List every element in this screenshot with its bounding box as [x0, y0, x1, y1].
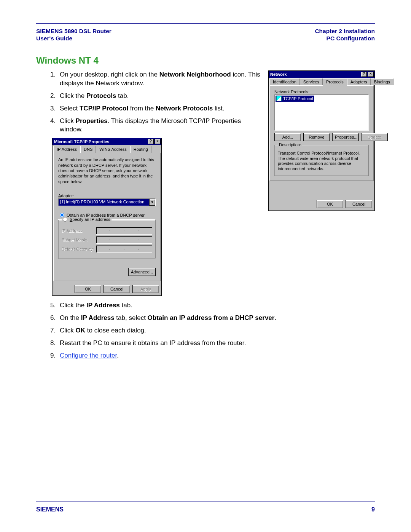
- adapter-value: [1] Intel(R) PRO/100 VM Network Connecti…: [59, 199, 149, 206]
- tab-wins-address[interactable]: WINS Address: [96, 146, 130, 153]
- tab-identification[interactable]: Identification: [269, 78, 300, 85]
- default-gateway-field[interactable]: ...: [96, 245, 152, 253]
- list-item-label: TCP/IP Protocol: [283, 96, 313, 101]
- tab-services[interactable]: Services: [300, 78, 323, 85]
- properties-button[interactable]: Properties...: [332, 133, 359, 141]
- tab-dns[interactable]: DNS: [80, 146, 96, 153]
- step-9: Configure the router.: [57, 351, 375, 360]
- ok-button[interactable]: OK: [75, 285, 101, 293]
- step-4-bold: Properties: [76, 117, 108, 125]
- footer-brand: SIEMENS: [36, 506, 64, 513]
- radio-specify-ip-label: Specify an IP address: [70, 217, 110, 222]
- network-dialog: Network ? × Identification Services Prot…: [268, 70, 375, 211]
- ok-button[interactable]: OK: [317, 200, 343, 208]
- protocol-icon: [276, 96, 282, 101]
- adapter-label: Adapter:: [58, 193, 156, 198]
- help-icon[interactable]: ?: [148, 139, 154, 144]
- tcpip-tab-body: An IP address can be automatically assig…: [53, 153, 161, 281]
- adapter-combobox[interactable]: [1] Intel(R) PRO/100 VM Network Connecti…: [58, 198, 156, 206]
- tab-ip-address[interactable]: IP Address: [53, 146, 80, 153]
- tcpip-titlebar[interactable]: Microsoft TCP/IP Properties ? ×: [53, 138, 161, 145]
- step-4-text-a: Click: [60, 117, 76, 125]
- remove-button[interactable]: Remove: [303, 133, 330, 141]
- row-default-gateway: Default Gateway: ...: [62, 245, 152, 253]
- network-tabstrip: Identification Services Protocols Adapte…: [269, 78, 374, 85]
- lbl-default-gateway: Default Gateway:: [62, 247, 96, 251]
- step-7-text-c: to close each dialog.: [85, 327, 146, 334]
- lbl-subnet-mask: Subnet Mask:: [62, 238, 96, 242]
- tab-bindings[interactable]: Bindings: [371, 78, 393, 85]
- network-titlebar[interactable]: Network ? ×: [269, 71, 374, 78]
- tab-protocols[interactable]: Protocols: [323, 78, 347, 86]
- radio-specify-ip-input[interactable]: [63, 217, 67, 222]
- step-2-bold: Protocols: [86, 92, 116, 99]
- step-4: Click Properties. This displays the Micr…: [57, 117, 261, 134]
- cancel-button[interactable]: Cancel: [104, 285, 130, 293]
- add-button[interactable]: Add...: [274, 133, 301, 141]
- bottom-divider: [36, 502, 375, 502]
- close-icon[interactable]: ×: [368, 72, 374, 77]
- step-2-text-c: tab.: [116, 92, 129, 99]
- update-button[interactable]: Update: [361, 133, 388, 141]
- cancel-button[interactable]: Cancel: [346, 200, 372, 208]
- header-left-2: User's Guide: [36, 35, 112, 42]
- step-3-text-a: Select: [60, 105, 80, 112]
- step-6-text-c: tab, select: [115, 314, 148, 321]
- list-item-tcpip[interactable]: TCP/IP Protocol: [276, 96, 314, 102]
- step-6-bold-b: IP Address: [81, 314, 115, 321]
- lbl-ip-address: IP Address:: [62, 228, 96, 233]
- step-8: Restart the PC to ensure it obtains an I…: [57, 339, 375, 348]
- description-group: Description: Transport Control Protocol/…: [274, 145, 369, 176]
- step-5-bold: IP Address: [86, 302, 120, 309]
- step-3-bold-d: Network Protocols: [156, 105, 213, 112]
- apply-button[interactable]: Apply: [132, 285, 159, 293]
- close-icon[interactable]: ×: [155, 139, 161, 144]
- tcpip-title: Microsoft TCP/IP Properties: [54, 139, 147, 144]
- page-number: 9: [371, 506, 375, 513]
- step-2: Click the Protocols tab.: [57, 92, 261, 101]
- tcpip-tabstrip: IP Address DNS WINS Address Routing: [53, 146, 161, 153]
- step-3-text-c: from the: [128, 105, 156, 112]
- network-tab-body: Network Protocols: TCP/IP Protocol Add..…: [269, 85, 374, 181]
- step-6: On the IP Address tab, select Obtain an …: [57, 314, 375, 323]
- network-protocols-listbox[interactable]: TCP/IP Protocol: [274, 94, 369, 131]
- advanced-button[interactable]: Advanced...: [128, 268, 156, 276]
- step-1: On your desktop, right click on the Netw…: [57, 70, 261, 88]
- header-left-1: SIEMENS 5890 DSL Router: [36, 27, 112, 35]
- header-right-1: Chapter 2 Installation: [315, 27, 375, 35]
- row-ip-address: IP Address: ...: [62, 227, 152, 235]
- description-legend: Description:: [278, 142, 302, 147]
- radio-specify-ip[interactable]: Specify an IP address: [63, 217, 110, 222]
- page-header: SIEMENS 5890 DSL Router User's Guide Cha…: [36, 27, 375, 42]
- step-7-text-a: Click: [60, 327, 76, 334]
- step-7: Click OK to close each dialog.: [57, 326, 375, 335]
- header-right-2: PC Configuration: [315, 35, 375, 42]
- row-subnet-mask: Subnet Mask: ...: [62, 236, 152, 244]
- help-icon[interactable]: ?: [361, 72, 367, 77]
- top-divider: [36, 23, 375, 24]
- step-1-bold: Network Neighborhood: [159, 71, 231, 78]
- step-5-text-a: Click the: [60, 302, 86, 309]
- network-protocols-label: Network Protocols:: [274, 89, 369, 94]
- step-9-dot: .: [117, 352, 119, 359]
- step-2-text-a: Click the: [60, 92, 86, 99]
- step-5-text-c: tab.: [120, 302, 132, 309]
- tab-routing[interactable]: Routing: [130, 146, 151, 153]
- step-5: Click the IP Address tab.: [57, 301, 375, 310]
- description-text: Transport Control Protocol/Internet Prot…: [278, 151, 365, 172]
- step-1-text-a: On your desktop, right click on the: [60, 71, 159, 78]
- configure-router-link[interactable]: Configure the router: [60, 352, 117, 359]
- tcpip-properties-dialog: Microsoft TCP/IP Properties ? × IP Addre…: [52, 138, 162, 296]
- chevron-down-icon[interactable]: ▼: [149, 199, 155, 206]
- step-6-bold-d: Obtain an IP address from a DHCP server: [148, 314, 275, 321]
- subnet-mask-field[interactable]: ...: [96, 236, 152, 244]
- ip-address-field[interactable]: ...: [96, 227, 152, 235]
- step-3: Select TCP/IP Protocol from the Network …: [57, 104, 261, 113]
- step-6-text-e: .: [274, 314, 276, 321]
- section-title: Windows NT 4: [36, 55, 375, 66]
- specify-ip-group: Specify an IP address IP Address: ... Su…: [58, 220, 156, 259]
- step-3-text-e: list.: [213, 105, 224, 112]
- step-3-bold-b: TCP/IP Protocol: [80, 105, 128, 112]
- tcpip-note-text: An IP address can be automatically assig…: [58, 157, 156, 184]
- tab-adapters[interactable]: Adapters: [347, 78, 371, 85]
